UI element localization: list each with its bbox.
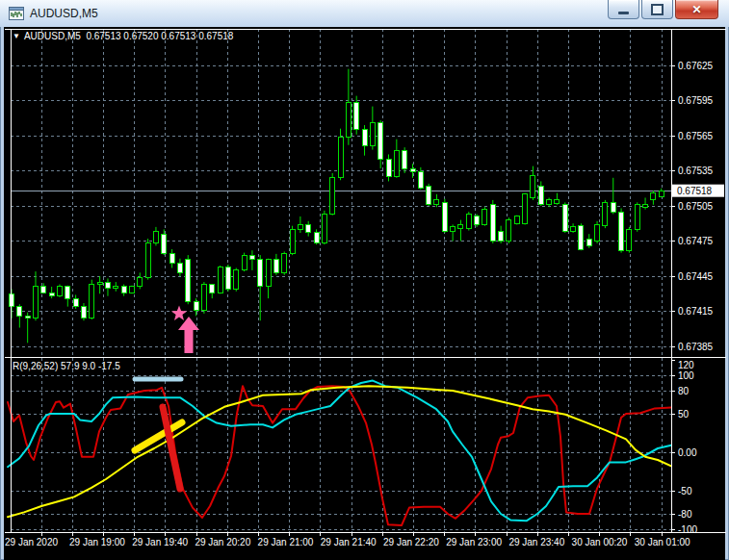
minimize-button[interactable]: [608, 0, 639, 19]
indicator-label: R(9,26,52) 57.9 9.0 -17.5: [13, 361, 120, 371]
quote-header: ▼AUDUSD,M5 0.67513 0.67520 0.67513 0.675…: [13, 31, 233, 41]
chart-canvas[interactable]: [4, 27, 725, 556]
window-title: AUDUSD,M5: [30, 7, 98, 20]
restore-icon: [651, 4, 664, 15]
close-icon: ✕: [691, 4, 701, 15]
window-controls: ✕: [608, 0, 718, 19]
close-button[interactable]: ✕: [675, 0, 718, 19]
restore-button[interactable]: [641, 0, 673, 19]
chart-window: AUDUSD,M5 ✕ 0.676250.675950.675650.67535…: [0, 0, 729, 560]
quote-close: 0.67518: [198, 31, 233, 41]
quote-low: 0.67513: [161, 31, 195, 41]
chart-window-icon: [9, 6, 24, 21]
quote-open: 0.67513: [86, 31, 120, 41]
collapse-triangle-icon[interactable]: ▼: [13, 32, 20, 40]
quote-high: 0.67520: [123, 31, 158, 41]
quote-symbol: AUDUSD,M5: [24, 31, 81, 41]
minimize-icon: [618, 12, 629, 14]
